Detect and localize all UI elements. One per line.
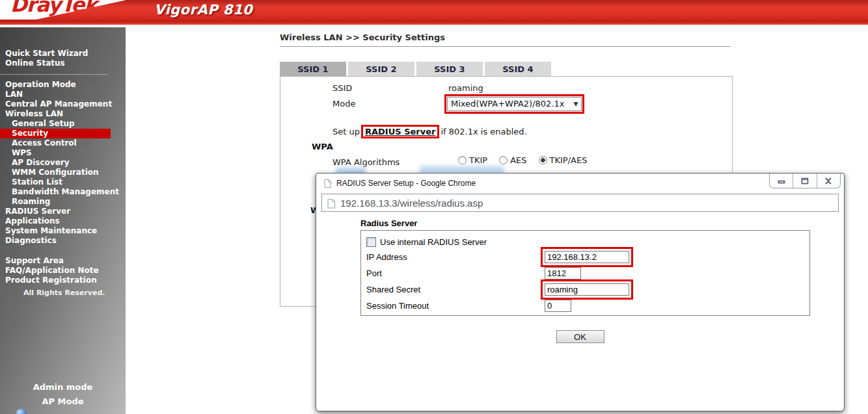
close-icon xyxy=(824,177,832,185)
session-timeout-input[interactable] xyxy=(545,300,571,312)
sidebar-item-operation-mode[interactable]: Operation Mode xyxy=(0,80,126,90)
ip-address-row: IP Address xyxy=(366,249,804,265)
vigorap-admin-page: DrayTek VigorAP 810 Quick Start Wizard O… xyxy=(0,0,868,414)
port-label: Port xyxy=(366,268,545,278)
sidebar-item-ap-discovery[interactable]: AP Discovery xyxy=(0,158,126,168)
shared-secret-row: Shared Secret xyxy=(366,281,804,298)
wpa-algorithm-options: TKIP AES TKIP/AES xyxy=(458,155,587,165)
sidebar-item-wireless-lan[interactable]: Wireless LAN xyxy=(0,109,126,119)
mode-select-highlight: Mixed(WPA+WPA2)/802.1x ▼ xyxy=(444,94,584,114)
ip-address-input[interactable] xyxy=(545,251,629,263)
mode-label: Mode xyxy=(332,99,355,109)
radio-selected-icon xyxy=(539,156,547,164)
sidebar-item-applications[interactable]: Applications xyxy=(0,216,126,226)
breadcrumb-divider xyxy=(280,46,731,47)
radius-server-link[interactable]: RADIUS Server xyxy=(363,127,437,136)
draytek-logo: DrayTek xyxy=(10,0,97,16)
sidebar-item-bandwidth-management[interactable]: Bandwidth Management xyxy=(0,187,126,197)
ip-address-highlight xyxy=(541,247,633,267)
header-banner: DrayTek VigorAP 810 xyxy=(0,0,868,25)
url-text: 192.168.13.3/wireless/radius.asp xyxy=(340,198,483,209)
sidebar-item-online-status[interactable]: Online Status xyxy=(0,58,126,68)
ok-button[interactable]: OK xyxy=(556,330,604,343)
port-input[interactable] xyxy=(545,267,581,279)
use-internal-radius-checkbox[interactable] xyxy=(366,237,376,247)
sidebar-item-diagnostics[interactable]: Diagnostics xyxy=(0,236,126,246)
radio-option-aes[interactable]: AES xyxy=(499,155,526,165)
ap-mode-link[interactable]: AP Mode xyxy=(0,396,126,406)
sidebar-item-lan[interactable]: LAN xyxy=(0,90,126,99)
popup-title: RADIUS Server Setup - Google Chrome xyxy=(336,179,476,188)
product-title: VigorAP 810 xyxy=(154,2,252,18)
sidebar-item-security[interactable]: Security xyxy=(0,129,111,138)
chevron-down-icon: ▼ xyxy=(573,101,578,107)
sidebar-item-central-ap-management[interactable]: Central AP Management xyxy=(0,99,126,109)
wpa-algorithms-label: WPA Algorithms xyxy=(332,157,400,167)
sidebar-item-support-area[interactable]: Support Area xyxy=(0,256,126,266)
popup-titlebar[interactable]: RADIUS Server Setup - Google Chrome xyxy=(316,174,844,193)
ssid-label: SSID xyxy=(332,83,352,93)
mode-links: Admin mode AP Mode xyxy=(0,382,126,411)
shared-secret-label: Shared Secret xyxy=(366,285,545,294)
rights-note: All Rights Reserved. xyxy=(0,288,126,298)
sidebar-item-wps[interactable]: WPS xyxy=(0,148,126,158)
radio-option-tkip[interactable]: TKIP xyxy=(458,155,487,165)
minimize-button[interactable] xyxy=(770,174,793,188)
page-icon xyxy=(327,199,334,207)
sidebar: Quick Start Wizard Online Status Operati… xyxy=(0,27,126,414)
tab-ssid-2[interactable]: SSID 2 xyxy=(348,62,414,76)
sidebar-item-product-registration[interactable]: Product Registration xyxy=(0,276,126,285)
radius-link-highlight: RADIUS Server xyxy=(361,125,439,138)
admin-mode-link[interactable]: Admin mode xyxy=(0,382,126,392)
checkbox-label: Use internal RADIUS Server xyxy=(380,237,487,247)
sidebar-item-access-control[interactable]: Access Control xyxy=(0,138,126,148)
sidebar-item-station-list[interactable]: Station List xyxy=(0,177,126,187)
radio-icon xyxy=(458,156,467,164)
ip-address-label: IP Address xyxy=(366,252,545,262)
address-bar[interactable]: 192.168.13.3/wireless/radius.asp xyxy=(321,194,839,212)
sidebar-item-general-setup[interactable]: General Setup xyxy=(0,119,126,129)
radius-server-setup-window: RADIUS Server Setup - Google Chrome 192.… xyxy=(316,173,845,411)
session-timeout-row: Session Timeout xyxy=(366,298,804,314)
radius-note: Set up RADIUS Server if 802.1x is enable… xyxy=(332,125,527,138)
breadcrumb: Wireless LAN >> Security Settings xyxy=(280,32,445,42)
radio-option-tkip-aes[interactable]: TKIP/AES xyxy=(539,155,588,165)
sidebar-item-radius-server[interactable]: RADIUS Server xyxy=(0,207,126,216)
radius-server-fieldset: Use internal RADIUS Server IP Address Po… xyxy=(360,230,810,316)
maximize-icon xyxy=(801,177,809,185)
wpa-heading: WPA xyxy=(312,142,333,151)
logo-background: DrayTek xyxy=(0,0,130,25)
radius-server-heading: Radius Server xyxy=(360,218,417,228)
popup-body: Radius Server Use internal RADIUS Server… xyxy=(316,212,844,411)
window-controls xyxy=(769,174,841,188)
sidebar-item-faq-application-note[interactable]: FAQ/Application Note xyxy=(0,266,126,276)
session-timeout-label: Session Timeout xyxy=(366,301,545,311)
close-button[interactable] xyxy=(817,174,840,188)
shared-secret-input[interactable] xyxy=(545,283,629,296)
maximize-button[interactable] xyxy=(793,174,816,188)
sidebar-item-wmm-configuration[interactable]: WMM Configuration xyxy=(0,168,126,177)
sidebar-item-system-maintenance[interactable]: System Maintenance xyxy=(0,226,126,236)
mode-select[interactable]: Mixed(WPA+WPA2)/802.1x ▼ xyxy=(447,97,582,111)
tab-ssid-1[interactable]: SSID 1 xyxy=(280,62,346,76)
page-icon xyxy=(324,179,331,187)
tab-ssid-3[interactable]: SSID 3 xyxy=(416,62,483,76)
minimize-icon xyxy=(778,177,785,184)
sidebar-divider xyxy=(0,74,107,75)
sidebar-item-roaming[interactable]: Roaming xyxy=(0,197,126,207)
shared-secret-highlight xyxy=(541,279,633,300)
sidebar-item-quick-start-wizard[interactable]: Quick Start Wizard xyxy=(0,49,126,58)
ssid-value: roaming xyxy=(448,83,483,93)
radio-icon xyxy=(499,156,508,164)
tab-ssid-4[interactable]: SSID 4 xyxy=(485,62,551,76)
ssid-tabs: SSID 1 SSID 2 SSID 3 SSID 4 xyxy=(280,62,551,76)
